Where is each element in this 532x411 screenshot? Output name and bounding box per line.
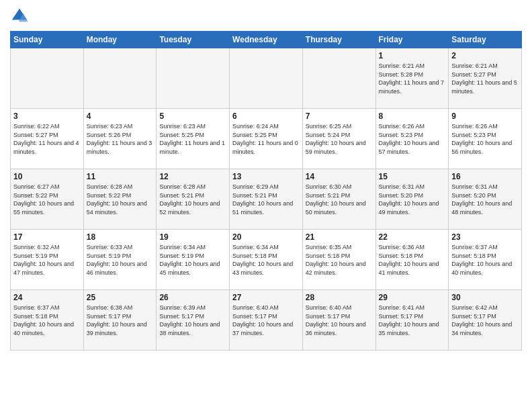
day-number: 6 (232, 111, 300, 121)
day-info: Sunrise: 6:42 AMSunset: 5:17 PMDaylight:… (451, 304, 519, 337)
day-info-line: Daylight: 10 hours and 41 minutes. (379, 261, 439, 276)
day-info-line: Sunset: 5:17 PM (87, 313, 132, 320)
day-number: 22 (379, 232, 446, 242)
week-row-1: 1Sunrise: 6:21 AMSunset: 5:28 PMDaylight… (11, 48, 522, 109)
day-info-line: Sunset: 5:18 PM (379, 253, 424, 259)
day-info: Sunrise: 6:31 AMSunset: 5:20 PMDaylight:… (379, 183, 446, 216)
day-number: 29 (379, 293, 446, 302)
calendar-cell: 26Sunrise: 6:39 AMSunset: 5:17 PMDayligh… (157, 290, 230, 351)
day-info: Sunrise: 6:40 AMSunset: 5:17 PMDaylight:… (306, 304, 373, 337)
day-info-line: Daylight: 11 hours and 7 minutes. (379, 79, 445, 95)
day-info: Sunrise: 6:23 AMSunset: 5:25 PMDaylight:… (159, 122, 226, 156)
day-info-line: Daylight: 10 hours and 56 minutes. (451, 140, 512, 155)
day-number: 10 (13, 172, 81, 181)
day-info-line: Daylight: 10 hours and 46 minutes. (87, 261, 147, 276)
week-row-2: 3Sunrise: 6:22 AMSunset: 5:27 PMDaylight… (11, 109, 522, 169)
calendar-cell (302, 48, 375, 109)
day-number: 13 (232, 172, 300, 181)
weekday-header-friday: Friday (375, 32, 449, 48)
day-number: 1 (379, 51, 446, 60)
day-info-line: Sunset: 5:19 PM (159, 253, 204, 259)
day-number: 2 (451, 51, 519, 60)
day-info-line: Sunrise: 6:23 AM (87, 123, 133, 130)
day-info-line: Sunrise: 6:23 AM (159, 123, 206, 130)
day-info-line: Sunset: 5:23 PM (451, 132, 496, 138)
calendar-cell: 25Sunrise: 6:38 AMSunset: 5:17 PMDayligh… (83, 290, 157, 351)
day-info-line: Sunset: 5:22 PM (87, 192, 132, 199)
day-info: Sunrise: 6:38 AMSunset: 5:17 PMDaylight:… (87, 304, 154, 337)
day-number: 4 (87, 111, 154, 121)
day-info-line: Daylight: 10 hours and 50 minutes. (306, 200, 366, 216)
day-info-line: Sunset: 5:25 PM (232, 132, 277, 138)
day-info-line: Daylight: 11 hours and 1 minute. (159, 140, 225, 155)
day-info-line: Daylight: 10 hours and 39 minutes. (87, 321, 147, 336)
day-info-line: Daylight: 10 hours and 34 minutes. (451, 321, 512, 336)
day-info-line: Sunset: 5:20 PM (451, 192, 496, 199)
day-info-line: Sunrise: 6:26 AM (451, 123, 498, 130)
calendar-cell: 2Sunrise: 6:21 AMSunset: 5:27 PMDaylight… (449, 48, 522, 109)
day-info: Sunrise: 6:39 AMSunset: 5:17 PMDaylight:… (159, 304, 226, 337)
header (10, 7, 522, 26)
day-info-line: Sunset: 5:25 PM (159, 132, 204, 138)
day-info: Sunrise: 6:28 AMSunset: 5:21 PMDaylight:… (159, 183, 226, 216)
day-info-line: Daylight: 10 hours and 36 minutes. (306, 321, 366, 336)
day-info-line: Sunrise: 6:26 AM (379, 123, 425, 130)
calendar-cell: 1Sunrise: 6:21 AMSunset: 5:28 PMDaylight… (375, 48, 449, 109)
calendar-cell: 29Sunrise: 6:41 AMSunset: 5:17 PMDayligh… (375, 290, 449, 351)
calendar-cell: 9Sunrise: 6:26 AMSunset: 5:23 PMDaylight… (449, 109, 522, 169)
calendar-cell: 13Sunrise: 6:29 AMSunset: 5:21 PMDayligh… (230, 169, 303, 230)
calendar-table: SundayMondayTuesdayWednesdayThursdayFrid… (10, 31, 522, 351)
day-info-line: Sunset: 5:28 PM (379, 71, 424, 78)
day-info-line: Sunrise: 6:32 AM (13, 244, 60, 250)
day-info-line: Sunrise: 6:25 AM (306, 123, 352, 130)
day-info: Sunrise: 6:36 AMSunset: 5:18 PMDaylight:… (379, 243, 446, 277)
day-info-line: Sunrise: 6:37 AM (13, 304, 60, 311)
calendar-cell: 17Sunrise: 6:32 AMSunset: 5:19 PMDayligh… (11, 230, 84, 290)
day-number: 15 (379, 172, 446, 181)
day-info-line: Sunrise: 6:30 AM (306, 183, 352, 190)
day-info: Sunrise: 6:32 AMSunset: 5:19 PMDaylight:… (13, 243, 81, 277)
day-info-line: Sunrise: 6:37 AM (451, 244, 498, 250)
day-number: 24 (13, 293, 81, 302)
day-info-line: Sunrise: 6:28 AM (87, 183, 133, 190)
calendar-cell: 3Sunrise: 6:22 AMSunset: 5:27 PMDaylight… (11, 109, 84, 169)
day-info: Sunrise: 6:31 AMSunset: 5:20 PMDaylight:… (451, 183, 519, 216)
day-info-line: Daylight: 10 hours and 57 minutes. (379, 140, 439, 155)
day-number: 5 (159, 111, 226, 121)
day-number: 8 (379, 111, 446, 121)
day-info: Sunrise: 6:34 AMSunset: 5:19 PMDaylight:… (159, 243, 226, 277)
weekday-header-saturday: Saturday (449, 32, 522, 48)
day-info-line: Sunset: 5:21 PM (306, 192, 351, 199)
weekday-header-row: SundayMondayTuesdayWednesdayThursdayFrid… (11, 32, 522, 48)
day-info-line: Daylight: 10 hours and 35 minutes. (379, 321, 439, 336)
day-number: 16 (451, 172, 519, 181)
weekday-header-thursday: Thursday (302, 32, 375, 48)
day-info: Sunrise: 6:27 AMSunset: 5:22 PMDaylight:… (13, 183, 81, 216)
day-info-line: Daylight: 10 hours and 48 minutes. (451, 200, 512, 216)
day-info-line: Sunrise: 6:35 AM (306, 244, 352, 250)
day-info: Sunrise: 6:21 AMSunset: 5:28 PMDaylight:… (379, 62, 446, 95)
day-info-line: Sunset: 5:17 PM (306, 313, 351, 320)
weekday-header-monday: Monday (83, 32, 157, 48)
weekday-header-wednesday: Wednesday (230, 32, 303, 48)
day-info-line: Daylight: 10 hours and 59 minutes. (306, 140, 366, 155)
day-info-line: Sunset: 5:23 PM (379, 132, 424, 138)
day-info-line: Daylight: 10 hours and 38 minutes. (159, 321, 220, 336)
day-info-line: Daylight: 11 hours and 0 minutes. (232, 140, 298, 155)
day-info-line: Sunrise: 6:34 AM (232, 244, 279, 250)
day-info-line: Daylight: 10 hours and 42 minutes. (306, 261, 366, 276)
calendar-cell: 19Sunrise: 6:34 AMSunset: 5:19 PMDayligh… (157, 230, 230, 290)
day-info-line: Sunrise: 6:29 AM (232, 183, 279, 190)
day-info: Sunrise: 6:33 AMSunset: 5:19 PMDaylight:… (87, 243, 154, 277)
calendar-cell: 6Sunrise: 6:24 AMSunset: 5:25 PMDaylight… (230, 109, 303, 169)
page: SundayMondayTuesdayWednesdayThursdayFrid… (0, 0, 532, 357)
day-number: 9 (451, 111, 519, 121)
day-info-line: Sunset: 5:27 PM (451, 71, 496, 78)
calendar-cell: 15Sunrise: 6:31 AMSunset: 5:20 PMDayligh… (375, 169, 449, 230)
day-info: Sunrise: 6:41 AMSunset: 5:17 PMDaylight:… (379, 304, 446, 337)
day-info-line: Sunrise: 6:38 AM (87, 304, 133, 311)
day-info-line: Sunrise: 6:31 AM (379, 183, 425, 190)
day-info-line: Daylight: 10 hours and 45 minutes. (159, 261, 220, 276)
day-info-line: Sunset: 5:18 PM (232, 253, 277, 259)
day-number: 30 (451, 293, 519, 302)
